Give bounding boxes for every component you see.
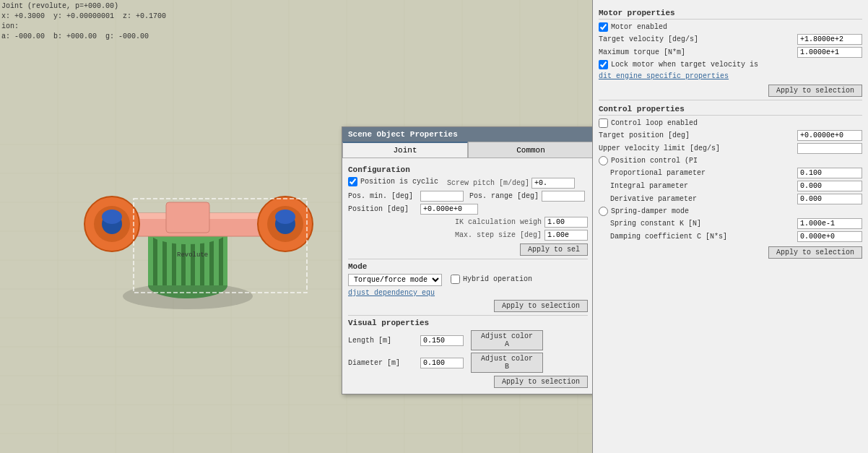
derivative-input[interactable] (797, 194, 862, 204)
rot-g: g: -000.00 (105, 33, 149, 40)
target-position-label: Target position [deg] (599, 131, 797, 139)
position-cyclic-checkbox[interactable] (348, 177, 357, 186)
spring-damper-params: Spring constant K [N] Damping coefficien… (599, 218, 862, 242)
rot-b: b: +000.00 (53, 33, 97, 40)
position-control-label: Position control (PI (611, 157, 698, 165)
proportional-label: Proportional parameter (610, 169, 797, 177)
tab-common[interactable]: Common (468, 142, 594, 158)
apply-motor-button[interactable]: Apply to selection (768, 85, 862, 97)
length-row: Length [m] Adjust color A (348, 330, 588, 350)
lock-motor-row: Lock motor when target velocity is (599, 60, 862, 69)
spring-constant-label: Spring constant K [N] (610, 220, 797, 228)
diameter-input[interactable] (420, 358, 464, 368)
mode-select[interactable]: Torque/force mode Position mode Velocity… (348, 274, 442, 286)
motor-control-panel: Motor properties Motor enabled Target ve… (592, 0, 868, 453)
apply-visual-button[interactable]: Apply to selection (494, 376, 588, 388)
hybrid-row: Hybrid operation (451, 275, 532, 284)
color-a-button[interactable]: Adjust color A (471, 330, 543, 350)
pi-params: Proportional parameter Integral paramete… (599, 168, 862, 204)
dependency-link[interactable]: djust dependency equ (348, 289, 435, 297)
upper-velocity-label: Upper velocity limit [deg/s] (599, 144, 797, 152)
control-loop-checkbox[interactable] (599, 118, 608, 128)
svg-point-45 (275, 210, 295, 224)
upper-velocity-input[interactable] (797, 143, 862, 154)
max-torque-input[interactable] (797, 47, 862, 58)
dialog-body: Configuration Position is cyclic Screw p… (342, 158, 594, 394)
svg-text:Revolute: Revolute (177, 251, 208, 259)
lock-motor-checkbox[interactable] (599, 60, 608, 69)
control-loop-label: Control loop enabled (611, 119, 698, 127)
max-step-input[interactable] (544, 230, 588, 241)
color-b-button[interactable]: Adjust color B (471, 353, 543, 373)
motor-section-title: Motor properties (599, 9, 862, 20)
pos-range-input[interactable] (542, 191, 585, 202)
apply-config-row: Apply to sel (348, 243, 588, 256)
edit-engine-row: dit engine specific properties (599, 72, 862, 80)
motor-enabled-checkbox[interactable] (599, 22, 608, 32)
damping-row: Damping coefficient C [N*s] (610, 231, 862, 242)
ik-weight-row: IK calculation weigh (348, 217, 588, 228)
lock-motor-label: Lock motor when target velocity is (611, 61, 758, 69)
svg-point-41 (102, 210, 122, 224)
ik-weight-label: IK calculation weigh (455, 218, 542, 226)
pos-z: z: +0.1700 (123, 12, 166, 20)
mode-select-row: Torque/force mode Position mode Velocity… (348, 274, 588, 286)
integral-row: Integral parameter (610, 181, 862, 191)
apply-motor-row: Apply to selection (599, 85, 862, 97)
section-configuration: Configuration (348, 165, 588, 174)
edit-engine-link[interactable]: dit engine specific properties (599, 72, 729, 80)
target-position-input[interactable] (797, 130, 862, 141)
proportional-input[interactable] (797, 168, 862, 178)
svg-rect-32 (219, 231, 223, 285)
target-velocity-row: Target velocity [deg/s] (599, 34, 862, 45)
target-velocity-label: Target velocity [deg/s] (599, 35, 797, 43)
pos-range-label: Pos. range [deg] (469, 192, 542, 200)
control-loop-row: Control loop enabled (599, 118, 862, 128)
apply-control-row: Apply to selection (599, 246, 862, 259)
tab-joint[interactable]: Joint (342, 142, 468, 158)
control-section-title: Control properties (599, 105, 862, 116)
apply-config-button[interactable]: Apply to sel (520, 243, 588, 256)
dialog-tabs: Joint Common (342, 142, 594, 158)
damping-input[interactable] (797, 231, 862, 242)
screw-pitch-input[interactable] (531, 178, 575, 189)
length-input[interactable] (420, 335, 464, 346)
apply-control-button[interactable]: Apply to selection (768, 246, 862, 259)
pos-min-label: Pos. min. [deg] (348, 192, 420, 200)
section-mode: Mode (348, 262, 588, 271)
apply-mode-button[interactable]: Apply to selection (494, 300, 588, 312)
derivative-row: Derivative parameter (610, 194, 862, 204)
joint-info: Joint (revolute, p=+000.00) (1, 1, 166, 12)
pos-label: ion: (1, 22, 19, 30)
spring-damper-radio[interactable] (599, 207, 608, 216)
target-velocity-input[interactable] (797, 34, 862, 45)
rot-a: a: -000.00 (1, 33, 45, 40)
apply-mode-row: Apply to selection (348, 300, 588, 312)
svg-rect-46 (166, 202, 209, 233)
pos-min-input[interactable] (420, 191, 464, 202)
max-step-row: Max. step size [deg] (348, 230, 588, 241)
ik-weight-input[interactable] (544, 217, 588, 228)
hybrid-label: Hybrid operation (463, 275, 532, 283)
spring-damper-label: Spring-damper mode (611, 207, 689, 215)
max-step-label: Max. step size [deg] (455, 231, 542, 239)
proportional-row: Proportional parameter (610, 168, 862, 178)
position-control-row: Position control (PI (599, 156, 862, 165)
spring-constant-input[interactable] (797, 218, 862, 229)
scene-object-properties-dialog: Scene Object Properties Joint Common Con… (342, 126, 594, 394)
integral-input[interactable] (797, 181, 862, 191)
pos-x: x: +0.3000 (1, 12, 45, 20)
derivative-label: Derivative parameter (610, 195, 797, 203)
diameter-row: Diameter [m] Adjust color B (348, 353, 588, 373)
pos-min-row: Pos. min. [deg] Pos. range [deg] (348, 191, 588, 202)
robot-model: Revolute (36, 72, 339, 332)
dialog-title-bar[interactable]: Scene Object Properties (342, 127, 594, 142)
motor-enabled-label: Motor enabled (611, 23, 667, 31)
position-input[interactable] (420, 204, 478, 215)
hybrid-checkbox[interactable] (451, 275, 460, 284)
position-control-radio[interactable] (599, 156, 608, 165)
dialog-title-text: Scene Object Properties (348, 130, 458, 139)
position-row: Position [deg] (348, 204, 588, 215)
max-torque-label: Maximum torque [N*m] (599, 48, 797, 56)
spring-constant-row: Spring constant K [N] (610, 218, 862, 229)
